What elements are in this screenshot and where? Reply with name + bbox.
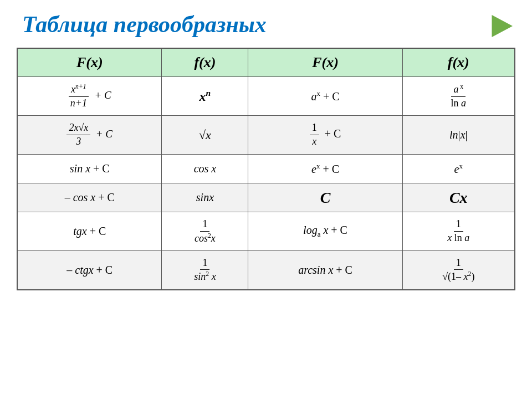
table-row: tgx + C 1 cos2x loga x + C 1 x ln a	[17, 212, 515, 251]
cell-r1c4: a x ln a	[402, 77, 515, 116]
cell-r4c1: – cos x + C	[17, 183, 162, 212]
table-row: – ctgx + C 1 sin2 x arcsin x + C 1 √(1– …	[17, 251, 515, 290]
cell-r3c1: sin x + C	[17, 155, 162, 183]
cell-r2c3: 1 x + C	[248, 116, 402, 155]
cell-r2c4: ln|x|	[402, 116, 515, 155]
cell-r4c4: Cx	[402, 183, 515, 212]
cell-r2c1: 2x√x 3 + C	[17, 116, 162, 155]
page-title: Таблица первообразных	[22, 11, 267, 38]
header-fx1: f(x)	[162, 48, 248, 77]
cell-r3c4: ex	[402, 155, 515, 183]
header-Fx1: F(x)	[17, 48, 162, 77]
cell-r3c2: cos x	[162, 155, 248, 183]
cell-r6c2: 1 sin2 x	[162, 251, 248, 290]
table-row: xn+1 n+1 + C xn ax + C a x ln a	[17, 77, 515, 116]
table-row: – cos x + C sinx C Cx	[17, 183, 515, 212]
cell-r6c3: arcsin x + C	[248, 251, 402, 290]
play-button[interactable]	[488, 12, 515, 40]
cell-r4c2: sinx	[162, 183, 248, 212]
cell-r5c2: 1 cos2x	[162, 212, 248, 251]
cell-r4c3: C	[248, 183, 402, 212]
header-fx2: f(x)	[402, 48, 515, 77]
cell-r6c1: – ctgx + C	[17, 251, 162, 290]
header-Fx2: F(x)	[248, 48, 402, 77]
cell-r1c1: xn+1 n+1 + C	[17, 77, 162, 116]
cell-r3c3: ex + C	[248, 155, 402, 183]
cell-r5c4: 1 x ln a	[402, 212, 515, 251]
table-header-row: F(x) f(x) F(x) f(x)	[17, 48, 515, 77]
table-row: 2x√x 3 + C √x 1 x + C ln|x|	[17, 116, 515, 155]
cell-r5c1: tgx + C	[17, 212, 162, 251]
table-row: sin x + C cos x ex + C ex	[17, 155, 515, 183]
cell-r1c2: xn	[162, 77, 248, 116]
cell-r5c3: loga x + C	[248, 212, 402, 251]
cell-r1c3: ax + C	[248, 77, 402, 116]
antiderivatives-table: F(x) f(x) F(x) f(x) xn+1 n+1 + C xn	[17, 48, 515, 290]
cell-r2c2: √x	[162, 116, 248, 155]
cell-r6c4: 1 √(1– x2)	[402, 251, 515, 290]
